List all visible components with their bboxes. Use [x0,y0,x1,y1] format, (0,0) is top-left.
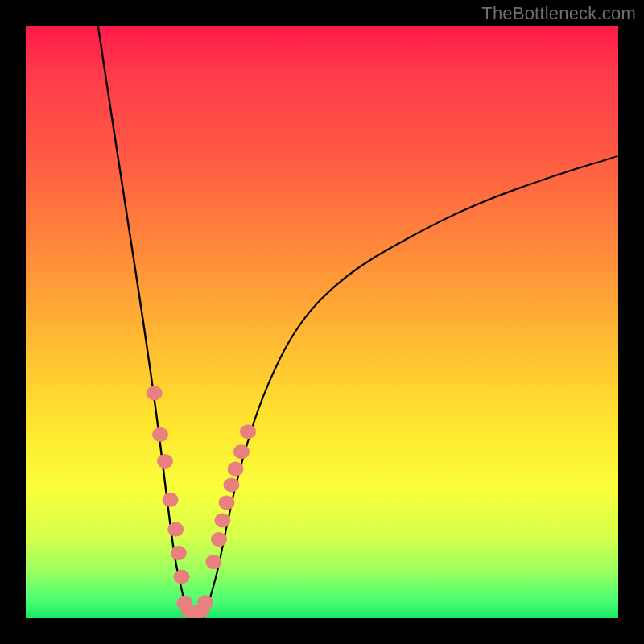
curve-markers [147,386,256,618]
marker-dot [240,424,256,439]
marker-dot [197,595,213,609]
marker-dot [219,495,235,510]
outer-frame: TheBottleneck.com [0,0,644,644]
marker-dot [174,569,190,584]
marker-dot [167,522,184,537]
curve-right [204,156,618,618]
marker-dot [223,477,239,492]
marker-dot [157,454,173,469]
watermark-text: TheBottleneck.com [481,3,636,24]
marker-dot [214,514,230,528]
chart-plot-area [26,26,618,618]
marker-dot [211,532,227,547]
chart-svg [26,26,618,618]
marker-dot [205,555,221,569]
marker-dot [163,493,179,507]
marker-dot [147,386,163,400]
curve-right-path [204,156,618,618]
marker-dot [228,462,244,477]
marker-dot [152,427,168,442]
marker-dot [171,546,187,560]
marker-dot [233,444,250,459]
